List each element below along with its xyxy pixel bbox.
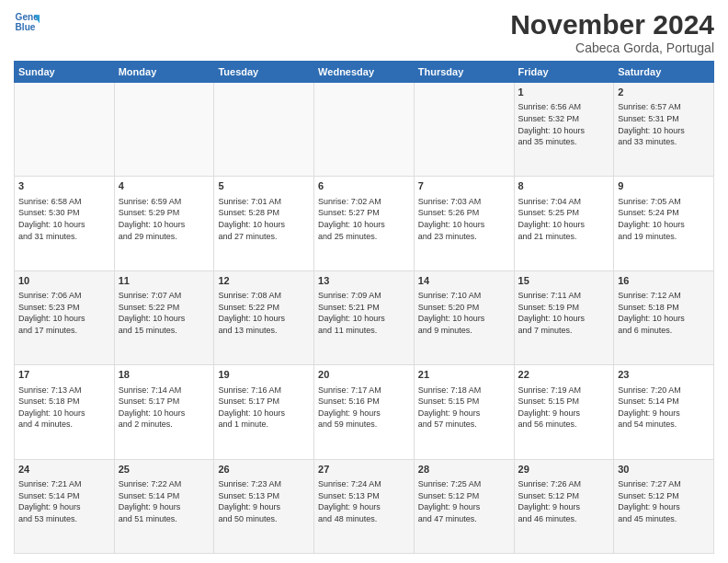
header-row: Sunday Monday Tuesday Wednesday Thursday… xyxy=(15,62,714,83)
day-info: and 31 minutes. xyxy=(18,231,110,243)
day-number: 7 xyxy=(418,179,510,193)
day-number: 24 xyxy=(18,463,110,477)
day-number: 23 xyxy=(618,368,710,382)
table-cell: 17Sunrise: 7:13 AMSunset: 5:18 PMDayligh… xyxy=(15,365,115,459)
table-cell: 22Sunrise: 7:19 AMSunset: 5:15 PMDayligh… xyxy=(514,365,614,459)
week-row-3: 17Sunrise: 7:13 AMSunset: 5:18 PMDayligh… xyxy=(15,365,714,459)
table-cell: 21Sunrise: 7:18 AMSunset: 5:15 PMDayligh… xyxy=(414,365,514,459)
day-number: 12 xyxy=(218,274,310,288)
day-info: Sunset: 5:17 PM xyxy=(218,396,310,408)
day-info: Sunset: 5:29 PM xyxy=(119,207,210,219)
day-info: and 7 minutes. xyxy=(518,325,610,337)
table-cell: 10Sunrise: 7:06 AMSunset: 5:23 PMDayligh… xyxy=(15,270,115,364)
col-sunday: Sunday xyxy=(15,62,115,83)
day-number: 17 xyxy=(18,368,110,382)
day-info: Daylight: 10 hours xyxy=(218,313,310,325)
day-info: Sunset: 5:18 PM xyxy=(618,302,710,314)
day-info: Sunrise: 7:14 AM xyxy=(119,385,210,396)
day-info: Sunset: 5:21 PM xyxy=(318,302,410,314)
day-number: 19 xyxy=(218,368,310,382)
day-info: and 56 minutes. xyxy=(518,419,610,431)
day-info: Daylight: 10 hours xyxy=(418,219,510,231)
day-info: Sunrise: 7:02 AM xyxy=(318,196,410,208)
col-saturday: Saturday xyxy=(614,62,714,83)
day-info: Sunrise: 7:27 AM xyxy=(618,478,710,490)
day-info: and 13 minutes. xyxy=(218,325,310,337)
table-cell: 2Sunrise: 6:57 AMSunset: 5:31 PMDaylight… xyxy=(614,83,714,177)
table-cell: 24Sunrise: 7:21 AMSunset: 5:14 PMDayligh… xyxy=(15,459,115,553)
day-info: Sunset: 5:28 PM xyxy=(218,207,310,219)
day-info: Daylight: 9 hours xyxy=(618,408,710,419)
day-info: Daylight: 10 hours xyxy=(518,125,610,137)
day-number: 28 xyxy=(418,463,510,477)
day-info: Sunrise: 7:20 AM xyxy=(618,385,710,396)
day-info: Daylight: 9 hours xyxy=(418,408,510,419)
day-number: 30 xyxy=(618,463,710,477)
col-friday: Friday xyxy=(514,62,614,83)
day-info: and 57 minutes. xyxy=(418,419,510,431)
table-cell xyxy=(15,83,115,177)
day-number: 14 xyxy=(418,274,510,288)
table-cell: 26Sunrise: 7:23 AMSunset: 5:13 PMDayligh… xyxy=(214,459,314,553)
table-cell: 5Sunrise: 7:01 AMSunset: 5:28 PMDaylight… xyxy=(214,177,314,270)
day-info: and 51 minutes. xyxy=(119,513,210,525)
day-info: Sunset: 5:20 PM xyxy=(418,302,510,314)
week-row-1: 3Sunrise: 6:58 AMSunset: 5:30 PMDaylight… xyxy=(15,177,714,270)
col-tuesday: Tuesday xyxy=(214,62,314,83)
day-info: Daylight: 10 hours xyxy=(119,408,210,419)
day-info: Sunrise: 6:58 AM xyxy=(18,196,110,208)
day-info: Sunrise: 6:56 AM xyxy=(518,101,610,113)
day-info: and 21 minutes. xyxy=(518,231,610,243)
table-cell: 9Sunrise: 7:05 AMSunset: 5:24 PMDaylight… xyxy=(614,177,714,270)
table-cell: 14Sunrise: 7:10 AMSunset: 5:20 PMDayligh… xyxy=(414,270,514,364)
table-cell: 19Sunrise: 7:16 AMSunset: 5:17 PMDayligh… xyxy=(214,365,314,459)
table-cell xyxy=(114,83,214,177)
day-info: and 35 minutes. xyxy=(518,136,610,148)
day-info: Daylight: 10 hours xyxy=(18,313,110,325)
table-cell: 30Sunrise: 7:27 AMSunset: 5:12 PMDayligh… xyxy=(614,459,714,553)
day-info: Sunset: 5:15 PM xyxy=(418,396,510,408)
day-info: and 53 minutes. xyxy=(18,513,110,525)
day-info: Daylight: 10 hours xyxy=(18,408,110,419)
day-number: 6 xyxy=(318,179,410,193)
day-info: and 47 minutes. xyxy=(418,513,510,525)
week-row-2: 10Sunrise: 7:06 AMSunset: 5:23 PMDayligh… xyxy=(15,270,714,364)
day-info: and 33 minutes. xyxy=(618,136,710,148)
day-info: and 50 minutes. xyxy=(218,513,310,525)
day-info: Daylight: 9 hours xyxy=(418,501,510,513)
day-info: Sunset: 5:22 PM xyxy=(119,302,210,314)
table-cell: 11Sunrise: 7:07 AMSunset: 5:22 PMDayligh… xyxy=(114,270,214,364)
day-info: and 25 minutes. xyxy=(318,231,410,243)
day-info: and 2 minutes. xyxy=(119,419,210,431)
day-info: Sunset: 5:13 PM xyxy=(318,490,410,502)
table-cell xyxy=(314,83,415,177)
day-info: Daylight: 9 hours xyxy=(218,501,310,513)
day-info: Daylight: 9 hours xyxy=(119,501,210,513)
col-thursday: Thursday xyxy=(414,62,514,83)
day-info: Daylight: 9 hours xyxy=(318,501,410,513)
day-info: and 46 minutes. xyxy=(518,513,610,525)
day-info: Daylight: 9 hours xyxy=(618,501,710,513)
day-info: Sunset: 5:30 PM xyxy=(18,207,110,219)
page: General Blue November 2024 Cabeca Gorda,… xyxy=(0,0,728,563)
logo-icon: General Blue xyxy=(14,9,40,35)
table-cell: 25Sunrise: 7:22 AMSunset: 5:14 PMDayligh… xyxy=(114,459,214,553)
day-number: 15 xyxy=(518,274,610,288)
day-info: and 23 minutes. xyxy=(418,231,510,243)
day-info: Sunset: 5:14 PM xyxy=(618,396,710,408)
day-info: and 9 minutes. xyxy=(418,325,510,337)
day-info: Sunrise: 7:18 AM xyxy=(418,385,510,396)
col-monday: Monday xyxy=(114,62,214,83)
col-wednesday: Wednesday xyxy=(314,62,415,83)
day-info: Sunset: 5:19 PM xyxy=(518,302,610,314)
day-info: Daylight: 10 hours xyxy=(618,125,710,137)
day-info: Sunrise: 7:09 AM xyxy=(318,290,410,302)
table-cell: 1Sunrise: 6:56 AMSunset: 5:32 PMDaylight… xyxy=(514,83,614,177)
day-info: Sunrise: 7:16 AM xyxy=(218,385,310,396)
day-info: Sunset: 5:16 PM xyxy=(318,396,410,408)
day-info: and 29 minutes. xyxy=(119,231,210,243)
location: Cabeca Gorda, Portugal xyxy=(510,40,714,55)
day-info: Sunrise: 7:17 AM xyxy=(318,385,410,396)
day-info: Sunset: 5:14 PM xyxy=(119,490,210,502)
logo: General Blue xyxy=(14,9,40,35)
